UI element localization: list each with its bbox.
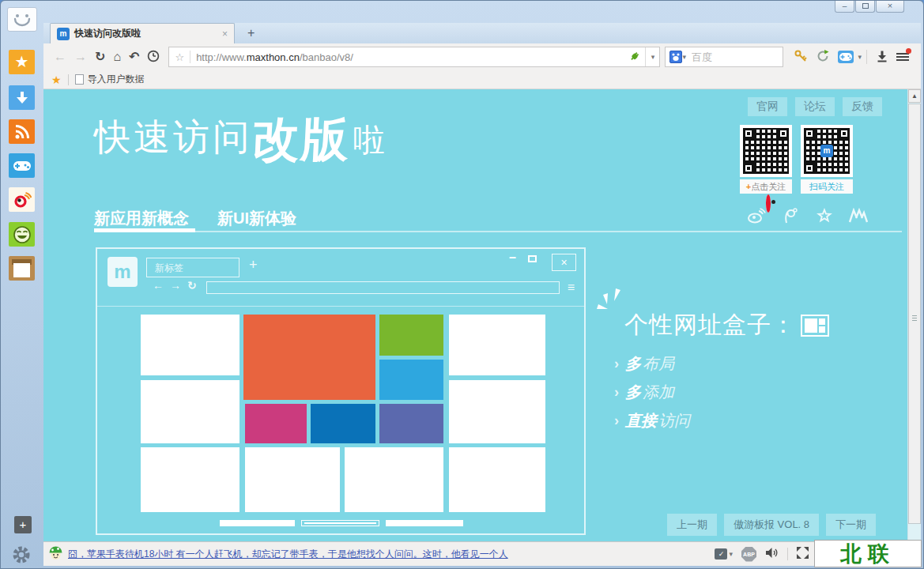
new-tab-button[interactable]: + — [247, 26, 255, 40]
sidebar-notes-button[interactable] — [9, 256, 35, 281]
scrollbar-thumb[interactable] — [908, 104, 921, 524]
official-site-link[interactable]: 官网 — [748, 97, 787, 116]
maxthon-menu-button[interactable] — [7, 7, 37, 32]
sina-weibo-icon[interactable] — [746, 206, 767, 225]
bookmark-item[interactable]: 导入用户数据 — [88, 73, 145, 86]
vertical-scrollbar[interactable]: ▲ — [907, 89, 921, 541]
tile-green — [379, 315, 443, 356]
qzone-icon[interactable] — [814, 206, 835, 225]
page-icon — [75, 74, 84, 85]
forward-button[interactable]: → — [74, 51, 87, 63]
status-icons: ✓ ▾ ABP — [715, 547, 809, 562]
favorites-star-icon[interactable]: ★ — [51, 73, 62, 86]
page-indicator — [220, 520, 295, 526]
refresh-button[interactable]: ↻ — [95, 51, 105, 63]
downloads-button[interactable] — [876, 50, 888, 65]
quick-tools-button[interactable]: ✓ ▾ — [715, 548, 733, 560]
tile-white — [141, 447, 239, 512]
extension-plug-icon[interactable] — [628, 50, 641, 65]
plus-icon: + — [20, 518, 27, 531]
url-dropdown-button[interactable]: ▾ — [645, 47, 659, 66]
tab-new-app-concept[interactable]: 新应用新概念 — [94, 208, 189, 229]
tile-white — [449, 315, 545, 375]
main-menu-button[interactable] — [896, 51, 909, 62]
tile-white — [141, 315, 239, 375]
mock-close-icon: × — [552, 254, 576, 271]
search-box[interactable]: ▾ — [665, 47, 783, 67]
sidebar-favorites-button[interactable]: ★ — [9, 50, 35, 74]
forum-link[interactable]: 论坛 — [795, 97, 835, 116]
top-links: 官网 论坛 反馈 — [748, 97, 882, 116]
sidebar-rss-button[interactable] — [9, 119, 35, 144]
close-button[interactable]: × — [876, 1, 904, 13]
maxthon-favicon: m — [57, 28, 70, 40]
weibo-qr-card[interactable]: +点击关注 — [740, 125, 792, 194]
games-toolbar-button[interactable] — [838, 51, 854, 63]
next-issue-button[interactable]: 下一期 — [826, 514, 876, 536]
page-tab-nav: 新应用新概念 新UI新体验 — [94, 208, 296, 229]
feedback-link[interactable]: 反馈 — [843, 97, 882, 116]
window-controls: – × — [834, 1, 904, 13]
sidebar-weibo-button[interactable] — [9, 187, 35, 212]
download-arrow-icon — [14, 90, 30, 106]
gamepad-icon — [13, 160, 32, 172]
chevron-right-icon: › — [614, 356, 619, 372]
proxy-refresh-icon[interactable] — [816, 49, 830, 66]
tab-close-icon[interactable]: × — [222, 28, 228, 40]
search-input[interactable] — [690, 51, 753, 64]
fullscreen-button[interactable] — [797, 547, 809, 562]
clock-icon — [147, 50, 160, 62]
adblock-button[interactable]: ABP — [741, 547, 756, 562]
sidebar-games-button[interactable] — [9, 153, 35, 178]
rss-icon — [14, 124, 30, 140]
sidebar-download-button[interactable] — [9, 85, 35, 110]
news-ticker-link[interactable]: 囧，苹果手表待机18小时 有一个人赶飞机，却忘记了带手表，于是他想找个人问问。这… — [68, 548, 508, 561]
toolbar-dropdown-button[interactable]: ▾ — [858, 53, 862, 61]
home-button[interactable]: ⌂ — [113, 51, 121, 63]
fullscreen-icon — [797, 547, 809, 559]
previous-issue-button[interactable]: 上一期 — [667, 514, 717, 536]
chevron-right-icon: › — [614, 413, 619, 429]
wechat-qr-card[interactable]: m 扫码关注 — [801, 125, 853, 194]
bookmark-star-icon[interactable]: ☆ — [175, 51, 184, 63]
sidebar: ★ — [1, 1, 43, 568]
tab-new-ui-experience[interactable]: 新UI新体验 — [217, 208, 296, 229]
history-button[interactable] — [147, 50, 160, 65]
tencent-weibo-icon[interactable] — [780, 206, 801, 225]
mute-button[interactable] — [765, 547, 779, 562]
tile-purple — [379, 404, 443, 443]
mock-maxthon-logo: m — [107, 257, 138, 287]
active-tab[interactable]: m 快速访问改版啦 × — [50, 23, 235, 43]
page-title: 快速访问改版啦 — [94, 113, 385, 162]
renren-icon[interactable] — [848, 206, 869, 225]
mock-new-tab: 新标签 — [146, 258, 239, 277]
address-bar[interactable]: ☆ http://www.maxthon.cn/banbao/v8/ ▾ — [168, 47, 660, 67]
maximize-button[interactable] — [855, 1, 875, 13]
scrollbar-grip — [912, 314, 917, 322]
tile-white — [245, 447, 340, 512]
current-issue-label[interactable]: 傲游板报 VOL. 8 — [724, 514, 819, 536]
undo-button[interactable]: ↶ — [129, 51, 139, 63]
feature-heading: 个性网址盒子： — [624, 309, 829, 341]
back-button[interactable]: ← — [54, 51, 66, 63]
sidebar-joke-button[interactable] — [9, 222, 35, 247]
chevron-down-icon: ▾ — [729, 550, 733, 558]
social-icons — [746, 206, 869, 225]
tile-blue — [379, 360, 443, 400]
sidebar-settings-button[interactable] — [11, 545, 32, 568]
password-key-icon[interactable] — [794, 49, 808, 66]
tab-bar: m 快速访问改版啦 × + — [43, 23, 921, 43]
minimize-icon: – — [843, 2, 847, 10]
scroll-up-button[interactable]: ▲ — [908, 89, 921, 103]
minimize-button[interactable]: – — [835, 1, 854, 13]
url-text[interactable]: http://www.maxthon.cn/banbao/v8/ — [196, 51, 624, 63]
bookmarks-bar: ★ 导入用户数据 — [43, 70, 921, 89]
sidebar-add-button[interactable]: + — [14, 516, 32, 533]
baidu-search-icon[interactable] — [669, 51, 682, 63]
feature-item-multi-layout: › 多布局 — [614, 353, 674, 375]
page-content: 快速访问改版啦 新应用新概念 新UI新体验 官网 论坛 反馈 +点击关注 — [43, 89, 921, 541]
tile-magenta — [245, 404, 307, 443]
search-engine-dropdown[interactable]: ▾ — [682, 53, 686, 61]
active-tab-underline — [94, 228, 195, 232]
weibo-eye-icon — [13, 192, 32, 208]
